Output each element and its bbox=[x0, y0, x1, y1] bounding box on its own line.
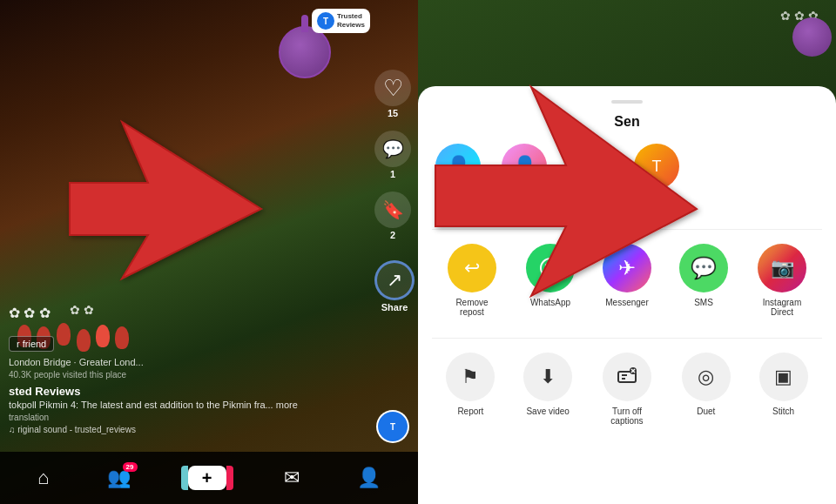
comment-icon[interactable]: 💬 bbox=[374, 131, 411, 167]
comment-count: 1 bbox=[390, 169, 395, 179]
comment-container[interactable]: 💬 1 bbox=[374, 131, 411, 179]
right-sidebar: ♡ 15 💬 1 🔖 2 bbox=[374, 70, 411, 240]
bottom-text-overlay: r friend London Bridge · Greater Lond...… bbox=[9, 335, 366, 434]
action-turn-off-captions[interactable]: Turn off captions bbox=[601, 353, 653, 426]
stitch-icon[interactable]: ▣ bbox=[759, 353, 808, 401]
nav-home[interactable]: ⌂ bbox=[37, 467, 49, 489]
app-instagram-direct[interactable]: 📷 Instagram Direct bbox=[756, 244, 808, 317]
location-text: London Bridge · Greater Lond... bbox=[9, 357, 366, 367]
friend-item-3[interactable]: T Tom Deehan996 bbox=[630, 144, 683, 212]
bookmark-icon[interactable]: 🔖 bbox=[374, 192, 411, 228]
left-panel: ✿ ✿ ✿ ✿ ✿ T Trusted Reviews ♡ 15 💬 1 🔖 2… bbox=[0, 0, 418, 504]
save-video-label: Save video bbox=[526, 407, 569, 416]
friend-name-2: Ryan Jones bbox=[568, 192, 614, 202]
tag-badge: r friend bbox=[9, 336, 54, 352]
whatsapp-icon[interactable] bbox=[526, 244, 575, 292]
save-video-icon[interactable]: ⬇ bbox=[523, 353, 572, 401]
actions-grid: ⚑ Report ⬇ Save video bbox=[418, 353, 836, 426]
location-sub: 40.3K people visited this place bbox=[9, 370, 366, 380]
friend-avatar-2: R bbox=[568, 144, 613, 189]
share-button-container[interactable]: ↗ Share bbox=[374, 260, 415, 312]
whatsapp-label: WhatsApp bbox=[530, 298, 570, 307]
trusted-reviews-badge: T Trusted Reviews bbox=[312, 9, 370, 33]
small-purple-char bbox=[792, 17, 832, 57]
nav-inbox[interactable]: ✉ bbox=[284, 467, 300, 489]
nav-profile[interactable]: 👤 bbox=[357, 467, 381, 489]
friend-name-3: Tom Deehan996 bbox=[634, 192, 679, 212]
account-avatar: T bbox=[376, 410, 409, 443]
nav-badge: 29 bbox=[123, 462, 138, 472]
friend-item-1[interactable]: 👤 ...ws bbox=[498, 144, 550, 212]
action-save-video[interactable]: ⬇ Save video bbox=[523, 353, 572, 426]
video-desc: tokpoll Pikmin 4: The latest and est add… bbox=[9, 400, 366, 410]
app-whatsapp[interactable]: WhatsApp bbox=[526, 244, 575, 317]
divider-1 bbox=[432, 229, 822, 230]
friend-name-0: Ad... bbox=[449, 192, 468, 202]
action-report[interactable]: ⚑ Report bbox=[446, 353, 495, 426]
app-sms[interactable]: 💬 SMS bbox=[679, 244, 728, 317]
create-button[interactable]: + bbox=[188, 466, 226, 490]
sms-label: SMS bbox=[694, 298, 713, 307]
divider-2 bbox=[432, 338, 822, 339]
home-icon[interactable]: ⌂ bbox=[37, 467, 49, 489]
bookmark-count: 2 bbox=[390, 230, 395, 240]
friends-row: 👤 Ad... 👤 ...ws R Ryan Jones T Tom Deeha… bbox=[418, 144, 836, 212]
heart-count: 15 bbox=[388, 108, 398, 118]
share-label: Share bbox=[381, 302, 408, 312]
right-panel: ✿ ✿ ✿ Sen 👤 Ad... 👤 ...ws R Ryan Jones T… bbox=[418, 0, 836, 504]
action-stitch[interactable]: ▣ Stitch bbox=[759, 353, 808, 426]
translation-text: translation bbox=[9, 413, 366, 422]
heart-container[interactable]: ♡ 15 bbox=[374, 70, 411, 118]
repost-label: Remove repost bbox=[446, 298, 498, 317]
avatar-inner: T bbox=[378, 412, 408, 441]
friend-item-0[interactable]: 👤 Ad... bbox=[432, 144, 484, 212]
sound-text: riginal sound - trusted_reviews bbox=[9, 425, 366, 434]
captions-label: Turn off captions bbox=[601, 407, 653, 426]
friend-avatar-3: T bbox=[634, 144, 679, 189]
app-remove-repost[interactable]: ↩ Remove repost bbox=[446, 244, 498, 317]
friends-icon[interactable]: 👥 29 bbox=[107, 467, 131, 489]
sms-icon[interactable]: 💬 bbox=[679, 244, 728, 292]
duet-label: Duet bbox=[697, 407, 715, 416]
friend-name-1: ...ws bbox=[516, 192, 534, 202]
share-sheet: Sen 👤 Ad... 👤 ...ws R Ryan Jones T Tom D… bbox=[418, 86, 836, 504]
messenger-icon[interactable]: ✈ bbox=[603, 244, 651, 292]
app-messenger[interactable]: ✈ Messenger bbox=[603, 244, 651, 317]
sheet-title: Sen bbox=[418, 114, 836, 130]
account-name: sted Reviews bbox=[9, 385, 366, 398]
friend-avatar-0: 👤 bbox=[435, 144, 481, 189]
bottom-nav: ⌂ 👥 29 + ✉ 👤 bbox=[0, 452, 418, 504]
repost-icon[interactable]: ↩ bbox=[448, 244, 496, 292]
profile-icon[interactable]: 👤 bbox=[357, 467, 381, 489]
sheet-handle bbox=[611, 100, 643, 104]
apps-grid: ↩ Remove repost WhatsApp ✈ Messenger 💬 S… bbox=[418, 244, 836, 317]
stitch-label: Stitch bbox=[772, 407, 794, 416]
badge-icon: T bbox=[317, 12, 334, 30]
nav-create[interactable]: + bbox=[188, 466, 226, 490]
heart-icon[interactable]: ♡ bbox=[374, 70, 411, 106]
instagram-icon[interactable]: 📷 bbox=[758, 244, 806, 292]
report-label: Report bbox=[457, 407, 483, 416]
report-icon[interactable]: ⚑ bbox=[446, 353, 495, 401]
purple-character bbox=[279, 26, 331, 78]
share-button[interactable]: ↗ bbox=[374, 260, 415, 300]
friend-avatar-1: 👤 bbox=[502, 144, 547, 189]
nav-friends[interactable]: 👥 29 bbox=[107, 467, 131, 489]
action-duet[interactable]: ◎ Duet bbox=[682, 353, 731, 426]
instagram-label: Instagram Direct bbox=[756, 298, 808, 317]
duet-icon[interactable]: ◎ bbox=[682, 353, 731, 401]
messenger-label: Messenger bbox=[605, 298, 648, 307]
bookmark-container[interactable]: 🔖 2 bbox=[374, 192, 411, 240]
badge-text: Trusted Reviews bbox=[337, 12, 365, 30]
captions-icon[interactable] bbox=[603, 353, 651, 401]
inbox-icon[interactable]: ✉ bbox=[284, 467, 300, 489]
friend-item-2[interactable]: R Ryan Jones bbox=[564, 144, 617, 212]
